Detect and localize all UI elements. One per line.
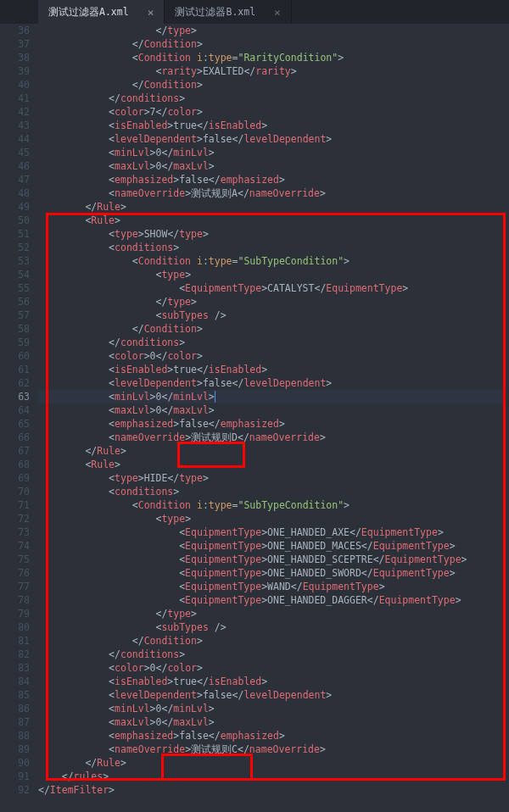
close-icon[interactable]: × <box>274 6 281 19</box>
code-line[interactable]: <conditions> <box>38 241 505 254</box>
code-line[interactable]: <emphasized>false</emphasized> <box>38 729 505 742</box>
code-line[interactable]: <subTypes /> <box>38 620 505 634</box>
code-line[interactable]: </ItemFilter> <box>38 783 505 797</box>
code-line[interactable]: <type>HIDE</type> <box>38 471 505 485</box>
code-line[interactable]: </Condition> <box>38 78 505 92</box>
code-line[interactable]: <maxLvl>0</maxLvl> <box>38 715 505 729</box>
code-line[interactable]: <EquipmentType>ONE_HANDED_MACES</Equipme… <box>38 539 505 553</box>
code-line[interactable]: <EquipmentType>ONE_HANDED_AXE</Equipment… <box>38 526 505 539</box>
code-line[interactable]: <subTypes /> <box>38 309 505 322</box>
code-area[interactable]: </type> </Condition> <Condition i:type="… <box>38 24 505 797</box>
code-line[interactable]: <nameOverride>测试规则C</nameOverride> <box>38 742 505 756</box>
code-line[interactable]: <isEnabled>true</isEnabled> <box>38 363 505 376</box>
code-line[interactable]: <type> <box>38 268 505 281</box>
tab-file-a[interactable]: 测试过滤器A.xml × <box>38 0 165 24</box>
code-line[interactable]: </Condition> <box>38 322 505 336</box>
tab-file-b[interactable]: 测试过滤器B.xml × <box>165 0 291 24</box>
code-line[interactable]: </conditions> <box>38 336 505 349</box>
code-line[interactable]: <color>7</color> <box>38 105 505 119</box>
code-line[interactable]: <EquipmentType>ONE_HANDED_SCEPTRE</Equip… <box>38 553 505 566</box>
code-line[interactable]: <maxLvl>0</maxLvl> <box>38 403 505 417</box>
code-line[interactable]: <Rule> <box>38 458 505 471</box>
code-line[interactable]: <minLvl>0</minLvl> <box>38 146 505 159</box>
line-gutter: 3637383940414243444546474849505152535455… <box>0 24 38 797</box>
code-line[interactable]: <isEnabled>true</isEnabled> <box>38 675 505 688</box>
code-line[interactable]: <EquipmentType>WAND</EquipmentType> <box>38 580 505 593</box>
code-line[interactable]: <levelDependent>false</levelDependent> <box>38 376 505 390</box>
code-line[interactable]: <maxLvl>0</maxLvl> <box>38 159 505 173</box>
code-editor[interactable]: 3637383940414243444546474849505152535455… <box>0 24 509 797</box>
code-line[interactable]: <levelDependent>false</levelDependent> <box>38 688 505 702</box>
code-line[interactable]: <type>SHOW</type> <box>38 227 505 241</box>
code-line[interactable]: <conditions> <box>38 485 505 498</box>
code-line[interactable]: </Condition> <box>38 37 505 51</box>
code-line[interactable]: <color>0</color> <box>38 661 505 675</box>
code-line[interactable]: <nameOverride>测试规则D</nameOverride> <box>38 431 505 444</box>
code-line[interactable]: </type> <box>38 295 505 309</box>
tab-label: 测试过滤器A.xml <box>48 6 129 19</box>
code-line[interactable]: <emphasized>false</emphasized> <box>38 417 505 431</box>
code-line[interactable]: <levelDependent>false</levelDependent> <box>38 132 505 146</box>
code-line[interactable]: </Rule> <box>38 756 505 770</box>
code-line[interactable]: <EquipmentType>CATALYST</EquipmentType> <box>38 281 505 295</box>
code-line[interactable]: <isEnabled>true</isEnabled> <box>38 119 505 132</box>
code-line[interactable]: </Rule> <box>38 200 505 214</box>
code-line[interactable]: <minLvl>0</minLvl> <box>38 390 505 403</box>
tab-label: 测试过滤器B.xml <box>175 6 255 19</box>
code-line[interactable]: </rules> <box>38 770 505 783</box>
code-line[interactable]: </type> <box>38 24 505 37</box>
code-line[interactable]: <Condition i:type="SubTypeCondition"> <box>38 254 505 268</box>
editor-tabs: 测试过滤器A.xml × 测试过滤器B.xml × <box>0 0 509 24</box>
code-line[interactable]: </conditions> <box>38 648 505 661</box>
code-line[interactable]: </Rule> <box>38 444 505 458</box>
code-line[interactable]: <Condition i:type="SubTypeCondition"> <box>38 498 505 512</box>
code-line[interactable]: <type> <box>38 512 505 526</box>
code-line[interactable]: <EquipmentType>ONE_HANDED_SWORD</Equipme… <box>38 566 505 580</box>
code-line[interactable]: <Condition i:type="RarityCondition"> <box>38 51 505 64</box>
code-line[interactable]: <emphasized>false</emphasized> <box>38 173 505 186</box>
code-line[interactable]: <rarity>EXALTED</rarity> <box>38 64 505 78</box>
code-line[interactable]: <EquipmentType>ONE_HANDED_DAGGER</Equipm… <box>38 593 505 607</box>
code-line[interactable]: <color>0</color> <box>38 349 505 363</box>
code-line[interactable]: <nameOverride>测试规则A</nameOverride> <box>38 186 505 200</box>
code-line[interactable]: </type> <box>38 607 505 620</box>
code-line[interactable]: </Condition> <box>38 634 505 648</box>
code-line[interactable]: </conditions> <box>38 92 505 105</box>
code-line[interactable]: <minLvl>0</minLvl> <box>38 702 505 715</box>
close-icon[interactable]: × <box>148 6 154 19</box>
code-line[interactable]: <Rule> <box>38 214 505 227</box>
